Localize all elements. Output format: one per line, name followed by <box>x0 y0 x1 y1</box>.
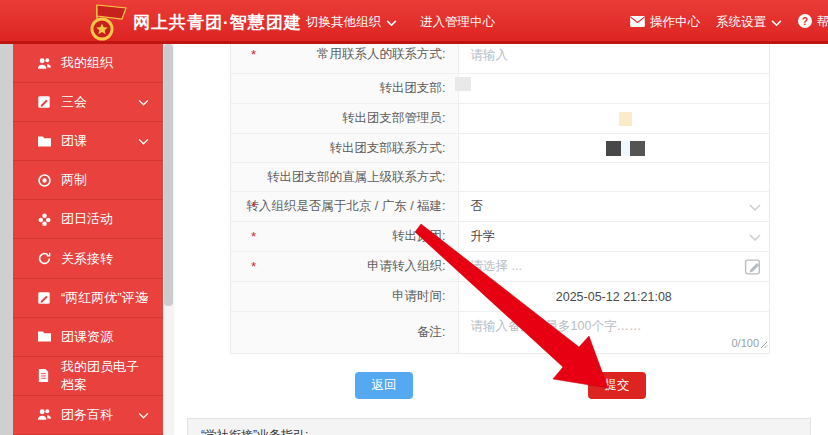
document-icon <box>37 368 52 383</box>
league-emblem-logo <box>84 2 130 46</box>
select-value: 否 <box>471 198 484 215</box>
field-label: 常用联系人的联系方式: <box>317 46 445 63</box>
field-label: 转入组织是否属于北京 / 广东 / 福建: <box>246 198 445 215</box>
field-label: 申请时间: <box>392 288 445 305</box>
redacted-value-block <box>619 112 632 126</box>
back-button[interactable]: 返回 <box>355 372 413 399</box>
field-label: 转出团支部: <box>380 80 446 97</box>
chevron-down-icon <box>138 407 149 422</box>
form-row-superior-contact: 转出团支部的直属上级联系方式: <box>231 163 769 192</box>
field-label: 申请转入组织: <box>367 258 445 275</box>
sidebar-item-league-wiki[interactable]: 团务百科 <box>13 396 163 435</box>
form-row-transfer-reason: * 转出原因: 升学 <box>231 222 769 252</box>
required-asterisk: * <box>251 47 256 62</box>
form-row-region-select: * 转入组织是否属于北京 / 广东 / 福建: 否 <box>231 192 769 222</box>
folder-icon <box>37 329 52 344</box>
chevron-down-icon <box>771 16 782 30</box>
svg-text:?: ? <box>802 16 808 27</box>
required-asterisk: * <box>251 199 256 214</box>
sidebar-item-league-class[interactable]: 团课 <box>13 122 163 161</box>
target-icon <box>37 173 52 188</box>
guide-panel: “学社衔接”业务指引: <box>187 418 811 435</box>
transfer-form: * 常用联系人的联系方式: 转出团支部: 转出团支部管理员: <box>230 36 770 354</box>
activity-flower-icon <box>37 212 52 227</box>
envelope-icon <box>630 16 645 30</box>
sidebar-item-my-organization[interactable]: 我的组织 <box>13 44 163 83</box>
system-settings-menu[interactable]: 系统设置 <box>716 14 782 31</box>
chevron-down-icon <box>138 95 149 110</box>
enter-admin-center-link[interactable]: 进入管理中心 <box>420 14 495 31</box>
app-title: 网上共青团·智慧团建 <box>133 11 302 34</box>
chevron-down-icon <box>749 230 761 244</box>
select-value: 升学 <box>471 228 496 245</box>
main-content: * 常用联系人的联系方式: 转出团支部: 转出团支部管理员: <box>174 44 828 435</box>
form-row-branch-contact: 转出团支部联系方式: <box>231 134 769 163</box>
resize-handle-icon[interactable] <box>760 338 768 352</box>
field-label: 转出团支部联系方式: <box>330 140 446 157</box>
submit-button[interactable]: 提交 <box>588 372 646 399</box>
page-left-gutter <box>0 44 13 435</box>
app-header: 网上共青团·智慧团建 切换其他组织 进入管理中心 操作中心 系统设置 ? 帮助 <box>0 0 828 44</box>
people-icon <box>37 56 52 71</box>
form-row-branch-admin: 转出团支部管理员: <box>231 104 769 134</box>
sidebar-item-class-resources[interactable]: 团课资源 <box>13 318 163 357</box>
field-label: 转出团支部的直属上级联系方式: <box>267 169 445 186</box>
help-link[interactable]: ? 帮助 <box>798 14 828 31</box>
sidebar-item-league-day-activity[interactable]: 团日活动 <box>13 200 163 239</box>
switch-organization-menu[interactable]: 切换其他组织 <box>306 14 397 31</box>
redacted-value-block <box>455 77 471 91</box>
redacted-value-block <box>606 141 645 156</box>
pencil-square-icon <box>37 95 52 110</box>
form-row-application-time: 申请时间: 2025-05-12 21:21:08 <box>231 282 769 312</box>
refresh-icon <box>37 251 52 266</box>
form-row-target-organization: * 申请转入组织: 请选择 ... <box>231 252 769 282</box>
folder-icon <box>37 134 52 149</box>
form-row-remark: 备注: 0/100 <box>231 312 769 353</box>
operation-center-link[interactable]: 操作中心 <box>630 14 700 31</box>
transfer-reason-select[interactable]: 升学 <box>459 222 769 251</box>
guide-title: “学社衔接”业务指引: <box>201 428 308 435</box>
chevron-down-icon <box>138 134 149 149</box>
chevron-down-icon <box>138 290 149 305</box>
field-label: 转出团支部管理员: <box>342 110 445 127</box>
sidebar-item-three-meetings[interactable]: 三会 <box>13 83 163 122</box>
field-label: 备注: <box>417 324 445 341</box>
remark-textarea[interactable] <box>471 318 763 340</box>
region-select[interactable]: 否 <box>459 192 769 221</box>
required-asterisk: * <box>251 259 256 274</box>
chevron-down-icon <box>386 16 397 30</box>
application-time-value: 2025-05-12 21:21:08 <box>471 290 769 304</box>
picker-placeholder: 请选择 ... <box>471 258 522 275</box>
help-icon: ? <box>798 14 812 31</box>
scrollbar-thumb[interactable] <box>164 44 173 306</box>
sidebar-item-two-red-two-excellent[interactable]: “两红两优”评选 <box>13 279 163 318</box>
content-scrollbar[interactable] <box>163 44 174 435</box>
sidebar-item-relation-transfer[interactable]: 关系接转 <box>13 239 163 278</box>
contact-method-input[interactable] <box>471 48 740 62</box>
sidebar-nav: 我的组织 三会 团课 两制 团日活动 关系接转 <box>13 44 163 435</box>
people-icon <box>37 407 52 422</box>
char-counter: 0/100 <box>731 337 759 349</box>
sidebar-item-two-systems[interactable]: 两制 <box>13 161 163 200</box>
edit-icon[interactable] <box>744 257 764 277</box>
required-asterisk: * <box>251 229 256 244</box>
sidebar-item-member-e-archive[interactable]: 我的团员电子档案 <box>13 357 163 396</box>
pencil-square-icon <box>37 290 52 305</box>
field-label: 转出原因: <box>392 228 445 245</box>
chevron-down-icon <box>749 200 761 214</box>
form-row-out-branch: 转出团支部: <box>231 74 769 104</box>
